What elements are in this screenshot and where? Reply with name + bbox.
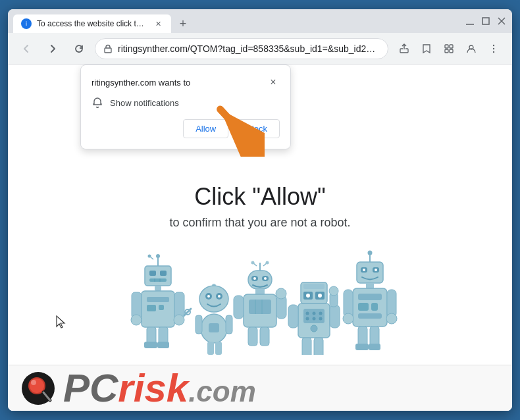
svg-rect-29 <box>159 305 164 310</box>
svg-rect-48 <box>209 323 219 332</box>
svg-rect-93 <box>330 305 340 328</box>
address-text: ritingsynther.com/QTOM?tag_id=858335&sub… <box>118 43 380 54</box>
svg-point-101 <box>363 269 365 271</box>
bell-icon <box>91 97 103 109</box>
svg-point-102 <box>375 269 377 271</box>
svg-rect-28 <box>147 305 156 311</box>
svg-point-42 <box>199 286 228 312</box>
svg-rect-25 <box>155 286 161 291</box>
active-tab[interactable]: i To access the website click the "A ✕ <box>13 14 171 33</box>
svg-rect-111 <box>355 344 369 350</box>
tab-favicon: i <box>21 18 32 29</box>
pcrisk-pc: PC <box>63 369 118 408</box>
svg-rect-8 <box>450 49 453 53</box>
svg-point-62 <box>264 277 267 280</box>
extensions-button[interactable] <box>438 38 459 59</box>
svg-rect-108 <box>358 313 382 319</box>
svg-rect-26 <box>142 291 174 327</box>
tab-close-button[interactable]: ✕ <box>153 18 163 29</box>
back-button[interactable] <box>16 38 37 59</box>
svg-point-72 <box>276 288 286 299</box>
svg-point-56 <box>251 261 255 265</box>
svg-point-84 <box>306 317 309 321</box>
svg-point-37 <box>174 315 184 325</box>
svg-rect-51 <box>195 315 202 334</box>
minimize-icon[interactable] <box>465 16 475 26</box>
svg-rect-5 <box>445 45 448 48</box>
arrow-indicator <box>205 97 265 159</box>
svg-rect-107 <box>371 303 378 311</box>
menu-button[interactable] <box>483 38 504 59</box>
new-tab-button[interactable]: + <box>174 14 192 33</box>
svg-rect-31 <box>159 327 168 344</box>
lock-icon <box>103 44 113 53</box>
svg-rect-74 <box>303 284 325 289</box>
svg-rect-1 <box>482 18 489 24</box>
svg-point-10 <box>493 44 494 45</box>
svg-rect-63 <box>255 289 265 294</box>
svg-rect-106 <box>358 303 369 311</box>
svg-rect-105 <box>358 294 382 300</box>
address-bar[interactable]: ritingsynther.com/QTOM?tag_id=858335&sub… <box>95 38 388 59</box>
tab-title: To access the website click the "A <box>37 19 147 28</box>
close-icon[interactable] <box>496 16 507 26</box>
maximize-icon[interactable] <box>481 16 491 26</box>
robots-svg <box>115 249 405 355</box>
svg-rect-33 <box>157 342 169 348</box>
svg-rect-109 <box>358 327 367 346</box>
pcrisk-com: .com <box>188 377 256 406</box>
svg-point-36 <box>131 315 142 325</box>
svg-rect-89 <box>314 338 323 355</box>
svg-point-116 <box>386 313 397 324</box>
svg-rect-70 <box>234 296 244 319</box>
svg-point-12 <box>493 51 494 52</box>
svg-rect-80 <box>303 309 325 323</box>
svg-rect-52 <box>226 315 232 334</box>
svg-rect-58 <box>248 271 272 289</box>
svg-rect-68 <box>248 327 257 346</box>
svg-line-14 <box>221 109 256 148</box>
svg-rect-110 <box>370 327 379 346</box>
svg-rect-65 <box>249 300 271 314</box>
svg-rect-49 <box>207 342 214 355</box>
svg-rect-27 <box>147 297 169 302</box>
svg-rect-19 <box>145 266 171 286</box>
svg-point-115 <box>343 313 353 324</box>
svg-point-95 <box>329 286 338 296</box>
title-bar: i To access the website click the "A ✕ + <box>8 9 512 33</box>
forward-button[interactable] <box>42 38 63 59</box>
share-button[interactable] <box>394 38 415 59</box>
refresh-button[interactable] <box>68 38 90 59</box>
permission-label: Show notifications <box>110 98 179 108</box>
svg-point-11 <box>493 47 494 49</box>
svg-point-86 <box>319 317 323 321</box>
svg-point-85 <box>313 317 316 321</box>
profile-button[interactable] <box>461 38 482 59</box>
popup-close-button[interactable]: × <box>267 76 280 89</box>
svg-point-83 <box>319 312 323 315</box>
svg-point-97 <box>368 251 373 255</box>
svg-rect-21 <box>160 271 167 276</box>
svg-rect-103 <box>366 283 374 288</box>
svg-rect-6 <box>450 45 453 48</box>
svg-point-77 <box>306 294 310 298</box>
content-area: ritingsynther.com wants to × Show notifi… <box>8 65 512 411</box>
svg-point-45 <box>207 295 210 298</box>
cursor <box>55 315 68 332</box>
main-content: Click "Allow" to confirm that you are no… <box>156 183 363 230</box>
svg-rect-112 <box>369 344 380 350</box>
svg-rect-50 <box>215 342 222 355</box>
nav-bar: ritingsynther.com/QTOM?tag_id=858335&sub… <box>8 33 512 65</box>
svg-rect-32 <box>144 342 157 348</box>
svg-point-61 <box>253 277 256 280</box>
nav-actions <box>394 38 504 59</box>
bookmark-button[interactable] <box>416 38 437 59</box>
svg-point-82 <box>313 312 316 315</box>
click-allow-subtitle: to confirm that you are not a robot. <box>169 216 350 230</box>
svg-rect-7 <box>445 49 448 53</box>
pcrisk-bar: PC risk .com <box>8 365 512 411</box>
svg-point-46 <box>218 295 221 298</box>
popup-header: ritingsynther.com wants to × <box>91 76 280 89</box>
svg-rect-22 <box>149 278 167 282</box>
window-controls <box>465 16 507 26</box>
